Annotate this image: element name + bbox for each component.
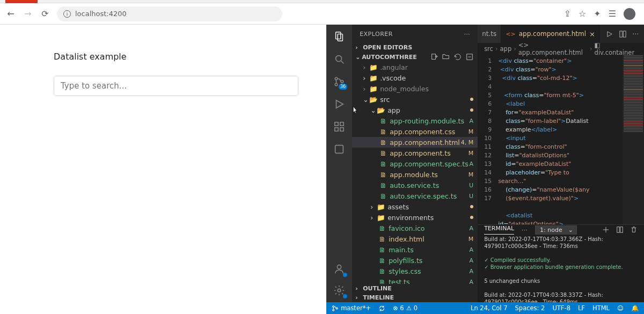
svg-rect-0 — [336, 32, 341, 39]
tree-item[interactable]: 🗎app.module.tsM — [352, 169, 478, 180]
tree-item[interactable]: 🗎styles.cssA — [352, 266, 478, 276]
tree-item[interactable]: ›📁assets — [352, 201, 478, 212]
tree-item[interactable]: 🗎app.component.cssM — [352, 126, 478, 137]
encoding-status[interactable]: UTF-8 — [552, 304, 570, 312]
svg-rect-21 — [620, 31, 623, 36]
vscode-window: 36 — [326, 25, 644, 314]
tab-active[interactable]: <> app.component.html × — [501, 25, 600, 43]
svg-line-3 — [341, 61, 344, 64]
scm-badge: 36 — [339, 84, 347, 90]
tab-inactive[interactable]: nt.ts — [478, 25, 501, 43]
errors-status[interactable]: ⊗ 6 ⚠ 0 — [393, 304, 418, 312]
share-icon[interactable]: ⇪ — [564, 9, 571, 19]
svg-rect-10 — [335, 128, 338, 131]
svg-rect-22 — [623, 31, 626, 36]
branch-status[interactable]: master*+ — [332, 304, 371, 312]
open-editors-section[interactable]: ›OPEN EDITORS — [352, 43, 478, 52]
explorer-sidebar: EXPLORER ⋯ ›OPEN EDITORS ⌄AUTOCOMTHREE ›… — [352, 25, 478, 302]
svg-rect-26 — [620, 227, 623, 233]
terminal-tab[interactable]: TERMINAL — [484, 225, 514, 235]
tree-item[interactable]: 🗎test.tsA — [352, 276, 478, 284]
new-terminal-icon[interactable] — [602, 226, 610, 233]
tree-item[interactable]: 🗎auto.service.tsU — [352, 180, 478, 191]
line-numbers: 1234567891011121314151617 — [478, 55, 496, 224]
editor-more-icon[interactable]: ⋯ — [632, 30, 639, 38]
tree-item[interactable]: ⌄📂app — [352, 105, 478, 115]
run-icon[interactable] — [605, 30, 613, 38]
tree-item[interactable]: ›📁.vscode — [352, 72, 478, 83]
svg-point-14 — [338, 289, 341, 292]
reading-list-icon[interactable]: ☰ — [609, 9, 616, 19]
new-folder-icon[interactable] — [442, 53, 450, 61]
extensions-icon[interactable]: ✦ — [594, 9, 601, 19]
code-content[interactable]: <div class="container"> <div class="row"… — [496, 55, 644, 224]
split-icon[interactable] — [619, 30, 627, 38]
tree-item[interactable]: 🗎app.component.spec.tsA — [352, 158, 478, 169]
extensions-activity[interactable] — [333, 120, 346, 133]
terminal-panel: TERMINAL ⋯ 1: node Build at: 2022-07-17T… — [478, 224, 644, 302]
tree-item[interactable]: 🗎index.htmlM — [352, 233, 478, 244]
tree-item[interactable]: 🗎app.component.html4, M — [352, 137, 478, 148]
editor-tabs: nt.ts <> app.component.html × ⋯ — [478, 25, 644, 43]
webpage-content: Datalist example — [0, 25, 326, 314]
search-input[interactable] — [54, 76, 298, 96]
forward-button[interactable]: → — [23, 9, 33, 19]
svg-rect-8 — [335, 122, 338, 126]
tree-item[interactable]: 🗎app.component.tsM — [352, 148, 478, 158]
site-info-icon[interactable]: i — [63, 10, 71, 18]
feedback-icon[interactable]: ☺ — [617, 304, 624, 312]
svg-marker-7 — [336, 100, 343, 108]
profile-icon[interactable] — [624, 8, 635, 20]
accounts-icon[interactable] — [333, 262, 346, 275]
settings-gear-icon[interactable] — [333, 284, 346, 297]
url-bar[interactable]: i localhost:4200 — [57, 6, 282, 21]
explorer-more-icon[interactable]: ⋯ — [464, 31, 471, 38]
svg-point-5 — [335, 83, 338, 86]
trash-icon[interactable] — [630, 226, 638, 233]
settings-badge — [343, 294, 347, 298]
html-file-icon: <> — [506, 31, 515, 38]
close-tab-icon[interactable]: × — [589, 30, 595, 38]
accounts-badge — [343, 273, 347, 277]
back-button[interactable]: ← — [5, 9, 16, 19]
svg-point-28 — [333, 309, 334, 311]
run-debug-activity[interactable] — [333, 98, 346, 111]
bookmark-icon[interactable]: ☆ — [579, 9, 586, 19]
split-terminal-icon[interactable] — [616, 226, 624, 233]
tree-item[interactable]: ›📁environments — [352, 212, 478, 223]
eol-status[interactable]: LF — [578, 304, 585, 312]
tree-item[interactable]: ›📁.angular — [352, 62, 478, 72]
tree-item[interactable]: 🗎polyfills.tsA — [352, 255, 478, 266]
language-status[interactable]: HTML — [592, 304, 610, 312]
collapse-icon[interactable] — [466, 53, 473, 61]
search-activity[interactable] — [333, 53, 346, 65]
explorer-activity[interactable] — [333, 30, 346, 43]
terminal-select[interactable]: 1: node — [535, 225, 577, 235]
project-section[interactable]: ⌄AUTOCOMTHREE — [352, 52, 478, 62]
tree-item[interactable]: 🗎favicon.icoA — [352, 223, 478, 233]
new-file-icon[interactable] — [430, 53, 438, 61]
tree-item[interactable]: 🗎auto.service.spec.tsU — [352, 191, 478, 201]
tree-item[interactable]: 🗎app-routing.module.tsA — [352, 115, 478, 126]
indent-status[interactable]: Spaces: 2 — [515, 304, 545, 312]
sync-status[interactable] — [378, 305, 385, 312]
notifications-icon[interactable]: 🔔 — [631, 304, 639, 312]
browser-toolbar: ← → ⟳ i localhost:4200 ⇪ ☆ ✦ ☰ — [0, 3, 644, 25]
tree-item[interactable]: ⌄📂src — [352, 94, 478, 105]
cursor-position[interactable]: Ln 24, Col 7 — [471, 304, 508, 312]
other-activity[interactable] — [333, 143, 346, 156]
svg-rect-1 — [338, 34, 342, 41]
refresh-icon[interactable] — [454, 53, 462, 61]
breadcrumb[interactable]: src›app›<> app.component.html›◧ div.cont… — [478, 43, 644, 55]
tree-item[interactable]: 🗎main.tsA — [352, 244, 478, 255]
svg-rect-11 — [340, 128, 343, 131]
svg-point-13 — [337, 265, 341, 269]
tree-item[interactable]: ›📁node_modules — [352, 83, 478, 94]
terminal-more-icon[interactable]: ⋯ — [522, 227, 528, 233]
timeline-section[interactable]: ›TIMELINE — [352, 293, 478, 302]
outline-section[interactable]: ›OUTLINE — [352, 284, 478, 293]
reload-button[interactable]: ⟳ — [40, 9, 50, 19]
url-text: localhost:4200 — [75, 10, 127, 18]
minimap[interactable] — [623, 55, 644, 224]
source-control-activity[interactable]: 36 — [333, 75, 346, 88]
